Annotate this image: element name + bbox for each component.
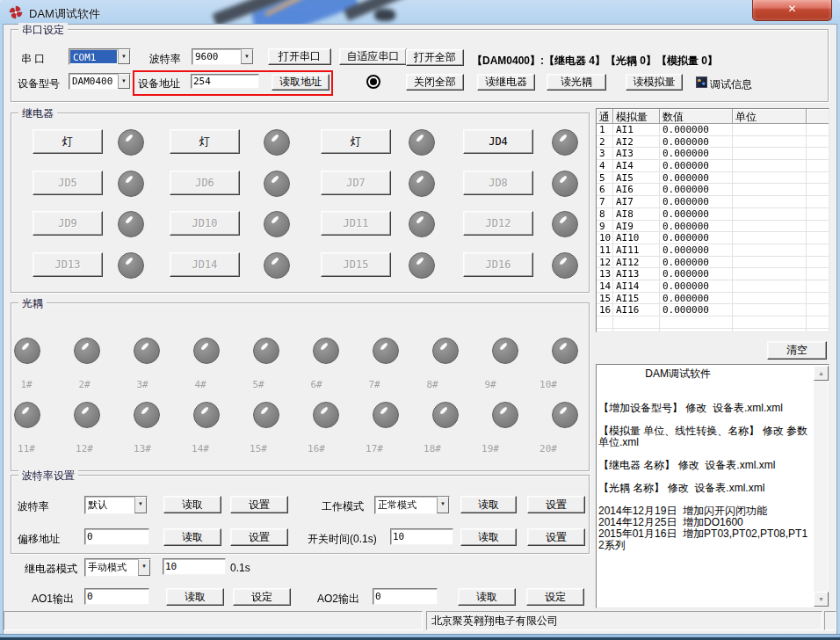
read-relay-button[interactable]: 读继电器 — [477, 74, 535, 91]
open-all-button[interactable]: 打开全部 — [406, 49, 464, 66]
relay-button-3[interactable]: 灯 — [321, 129, 391, 154]
relay-led-5 — [118, 171, 144, 197]
relay-time-input[interactable] — [163, 558, 226, 575]
table-row: 8AI80.000000 — [597, 208, 829, 221]
opto-label: 7# — [362, 379, 387, 390]
ao1-read-button[interactable]: 读取 — [166, 588, 224, 606]
relay-button-10[interactable]: JD10 — [170, 211, 240, 236]
table-row: 7AI70.000000 — [597, 196, 829, 208]
chevron-down-icon[interactable]: ▼ — [118, 49, 130, 64]
table-row: 2AI20.000000 — [597, 136, 829, 149]
table-row: 12AI120.000000 — [597, 257, 829, 269]
table-row: 1AI10.000000 — [597, 124, 829, 136]
ao2-input[interactable] — [373, 588, 438, 605]
device-address-label: 设备地址 — [138, 76, 180, 91]
chevron-down-icon[interactable]: ▼ — [134, 497, 147, 513]
port-value: COM1 — [70, 50, 117, 63]
log-text: DAM调试软件 【增加设备型号】 修改 设备表.xml.xml 【模拟量 单位、… — [598, 368, 812, 606]
opto-label: 3# — [130, 379, 155, 390]
baud-read-button[interactable]: 读取 — [163, 496, 221, 513]
relay-button-1[interactable]: 灯 — [33, 129, 103, 154]
work-mode-select[interactable]: 正常模式 ▼ — [374, 496, 450, 514]
scroll-down-icon[interactable]: ▼ — [814, 592, 829, 607]
relay-button-8[interactable]: JD8 — [463, 171, 533, 195]
relay-row: JD13 JD14 JD15 JD16 — [11, 252, 588, 279]
relay-button-15[interactable]: JD15 — [321, 252, 391, 277]
log-console[interactable]: DAM调试软件 【增加设备型号】 修改 设备表.xml.xml 【模拟量 单位、… — [596, 364, 829, 608]
relay-button-16[interactable]: JD16 — [463, 252, 533, 277]
work-mode-read-button[interactable]: 读取 — [460, 496, 517, 513]
close-button[interactable]: ✕ — [752, 0, 832, 21]
chevron-down-icon[interactable]: ▼ — [138, 559, 150, 576]
switch-time-read-button[interactable]: 读取 — [460, 528, 517, 546]
clear-log-button[interactable]: 清空 — [767, 341, 827, 360]
opto-led-2 — [74, 338, 100, 364]
relay-mode-select[interactable]: 手动模式 ▼ — [84, 558, 151, 577]
opto-led-14 — [193, 402, 220, 428]
device-model-value: DAM0400 — [69, 74, 118, 89]
opto-label-row: 11#12#13#14#15#16#17#18#19#20# — [14, 443, 561, 455]
analog-table[interactable]: 通模拟量数值单位 1AI10.000000 2AI20.000000 3AI30… — [596, 108, 829, 332]
port-select[interactable]: COM1 ▼ — [69, 48, 131, 65]
opto-led-1 — [14, 338, 40, 364]
opto-label: 9# — [478, 379, 503, 390]
baud2-select[interactable]: 默认 ▼ — [84, 496, 148, 514]
offset-read-button[interactable]: 读取 — [163, 528, 221, 546]
opto-label: 10# — [536, 379, 561, 390]
chevron-down-icon[interactable]: ▼ — [118, 74, 130, 89]
ao1-input[interactable] — [84, 588, 149, 605]
ao1-set-button[interactable]: 设定 — [233, 588, 291, 606]
baud2-value: 默认 — [85, 497, 134, 513]
table-row-empty — [597, 329, 829, 332]
close-all-button[interactable]: 关闭全部 — [406, 74, 464, 91]
relay-button-14[interactable]: JD14 — [170, 252, 240, 277]
relay-button-7[interactable]: JD7 — [321, 171, 391, 195]
relay-led-10 — [264, 211, 290, 237]
open-serial-button[interactable]: 打开串口 — [268, 48, 331, 65]
relay-button-6[interactable]: JD6 — [170, 171, 240, 195]
switch-time-set-button[interactable]: 设置 — [527, 528, 585, 546]
offset-set-button[interactable]: 设置 — [230, 528, 288, 546]
device-address-input[interactable] — [191, 74, 259, 89]
relay-button-2[interactable]: 灯 — [170, 129, 240, 154]
opto-led-20 — [552, 402, 578, 428]
console-scrollbar[interactable]: ▲ ▼ — [814, 366, 828, 607]
offset-address-input[interactable] — [84, 528, 149, 545]
port-label: 串 口 — [21, 52, 45, 67]
opto-label: 16# — [304, 443, 329, 455]
device-model-select[interactable]: DAM0400 ▼ — [69, 73, 131, 90]
relay-button-4[interactable]: JD4 — [463, 129, 533, 154]
relay-button-12[interactable]: JD12 — [463, 211, 533, 236]
read-analog-button[interactable]: 读模拟量 — [626, 74, 683, 91]
scroll-up-icon[interactable]: ▲ — [814, 366, 829, 381]
relay-button-9[interactable]: JD9 — [33, 211, 103, 236]
ao2-set-button[interactable]: 设定 — [526, 588, 584, 606]
adaptive-serial-button[interactable]: 自适应串口 — [339, 48, 407, 65]
titlebar-glass-decoration — [0, 0, 840, 25]
ao2-read-button[interactable]: 读取 — [458, 588, 516, 606]
relay-button-5[interactable]: JD5 — [33, 171, 103, 195]
table-row: 14AI140.000000 — [597, 280, 829, 293]
col-unit: 单位 — [733, 109, 807, 124]
relay-led-14 — [264, 252, 290, 279]
baud2-label: 波特率 — [18, 499, 49, 514]
baud-set-button[interactable]: 设置 — [230, 496, 288, 513]
relay-button-11[interactable]: JD11 — [321, 211, 391, 236]
relay-mode-label: 继电器模式 — [25, 562, 77, 577]
baudrate-select[interactable]: 9600 ▼ — [192, 48, 254, 65]
opto-led-19 — [492, 402, 518, 428]
chevron-down-icon[interactable]: ▼ — [437, 497, 449, 513]
app-window: DAM调试软件 ✕ 串口设定 串 口 COM1 ▼ 波特率 9600 ▼ 打开串… — [0, 0, 840, 640]
debug-info-icon[interactable] — [696, 76, 707, 88]
read-opto-button[interactable]: 读光耦 — [547, 74, 606, 91]
chevron-down-icon[interactable]: ▼ — [241, 49, 253, 64]
relay-led-16 — [552, 252, 578, 279]
switch-time-input[interactable] — [390, 528, 453, 545]
debug-info-label[interactable]: 调试信息 — [710, 77, 752, 92]
read-address-button[interactable]: 读取地址 — [272, 74, 329, 91]
work-mode-set-button[interactable]: 设置 — [527, 496, 585, 513]
title-bar[interactable]: DAM调试软件 ✕ — [0, 0, 840, 25]
relay-button-13[interactable]: JD13 — [33, 252, 103, 277]
opto-led-15 — [253, 402, 279, 428]
status-panel-company: 北京聚英翱翔电子有限公司 — [426, 611, 822, 630]
